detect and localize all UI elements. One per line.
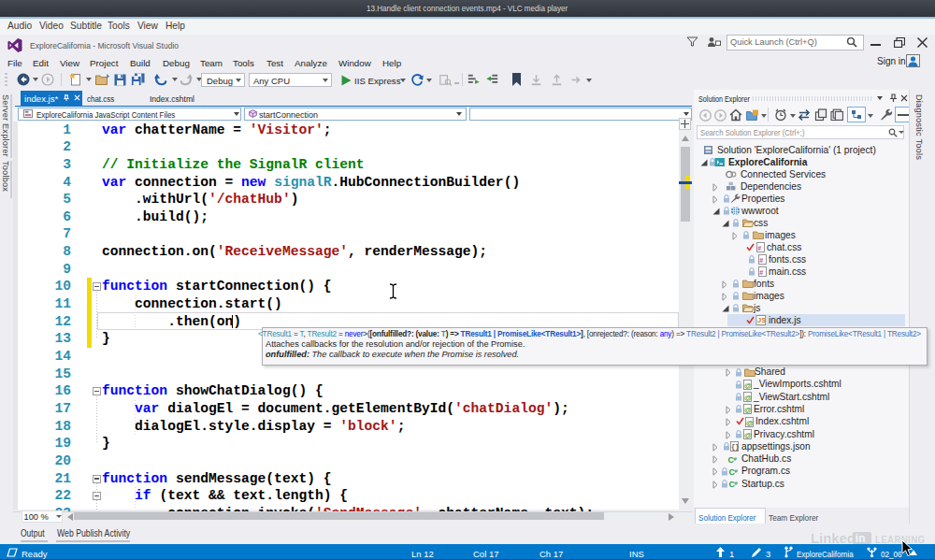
svg-text:#: # xyxy=(759,269,763,276)
svg-text:JS: JS xyxy=(757,316,766,324)
svg-text:@: @ xyxy=(744,381,752,389)
svg-text:#: # xyxy=(759,257,763,264)
svg-text:@: @ xyxy=(744,431,752,439)
svg-text:@: @ xyxy=(746,418,754,426)
svg-text:#: # xyxy=(734,456,738,462)
svg-text:#: # xyxy=(735,481,739,486)
svg-text:#: # xyxy=(735,468,739,474)
svg-text:@: @ xyxy=(744,406,752,414)
svg-text:#: # xyxy=(757,245,761,251)
svg-text:{}: {} xyxy=(731,443,739,451)
svg-text:@: @ xyxy=(744,394,752,402)
